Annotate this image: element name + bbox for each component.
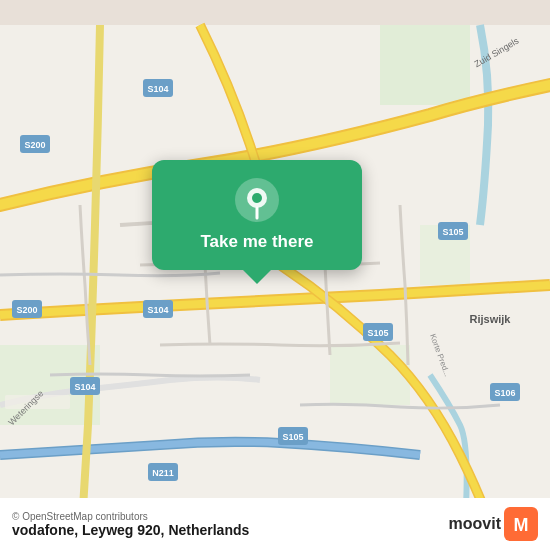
take-me-there-button[interactable]: Take me there [200,232,313,252]
moovit-text: moovit [449,515,501,533]
svg-point-32 [252,193,262,203]
location-text: vodafone, Leyweg 920, Netherlands [12,522,449,538]
location-pin-icon [233,176,281,224]
svg-text:M: M [514,515,529,535]
svg-text:Rijswijk: Rijswijk [470,313,512,325]
svg-text:S200: S200 [24,140,45,150]
map-container: S200 S200 S104 S104 S104 S105 S105 S105 … [0,0,550,550]
svg-text:S104: S104 [147,84,168,94]
svg-text:S105: S105 [367,328,388,338]
svg-text:S105: S105 [282,432,303,442]
svg-text:S105: S105 [442,227,463,237]
bottom-bar: © OpenStreetMap contributors vodafone, L… [0,498,550,550]
popup-card[interactable]: Take me there [152,160,362,270]
svg-text:S200: S200 [16,305,37,315]
copyright-text: © OpenStreetMap contributors [12,511,449,522]
map-svg: S200 S200 S104 S104 S104 S105 S105 S105 … [0,0,550,550]
svg-text:N211: N211 [152,468,174,478]
moovit-branding: moovit M [449,507,538,541]
svg-rect-4 [330,345,410,405]
svg-text:S104: S104 [147,305,168,315]
svg-rect-1 [380,25,470,105]
svg-text:S106: S106 [494,388,515,398]
bottom-left: © OpenStreetMap contributors vodafone, L… [12,511,449,538]
moovit-logo-icon: M [504,507,538,541]
svg-text:S104: S104 [74,382,95,392]
